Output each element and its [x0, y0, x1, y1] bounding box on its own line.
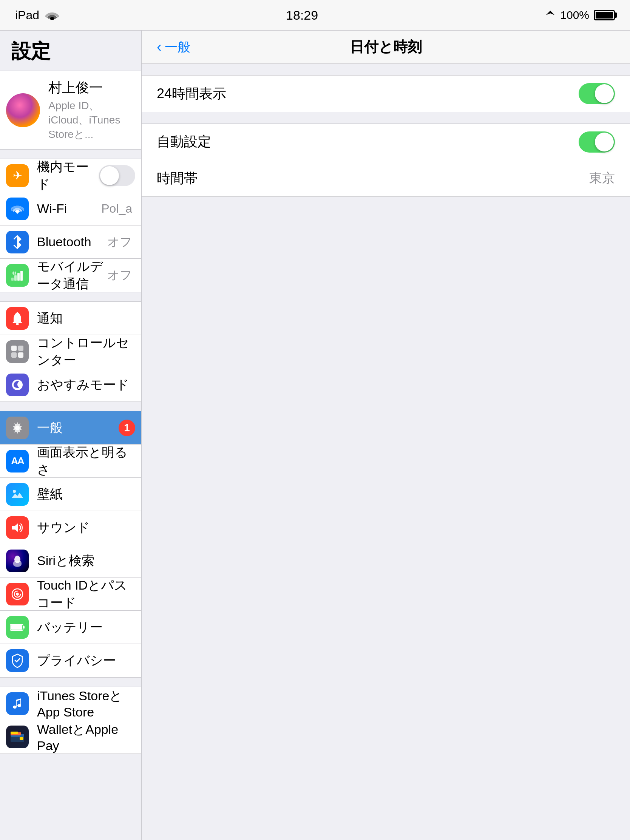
timezone-value: 東京 [589, 170, 615, 187]
system-group: 通知 コントロールセンター [0, 302, 141, 402]
donotdisturb-icon [6, 374, 29, 396]
sidebar-item-siri[interactable]: Siriと検索 [0, 544, 141, 578]
battery-icon [594, 10, 615, 21]
wifi-label: Wi-Fi [37, 201, 101, 216]
cellular-icon [6, 264, 29, 287]
wallet-icon [6, 726, 29, 748]
auto-set-toggle[interactable] [579, 131, 615, 153]
display-label: 画面表示と明るさ [37, 444, 135, 478]
svg-rect-17 [23, 626, 25, 628]
sidebar-item-general[interactable]: 一般 1 [0, 411, 141, 445]
status-right: 100% [545, 9, 615, 22]
wallpaper-label: 壁紙 [37, 486, 135, 503]
sidebar-item-itunes[interactable]: iTunes StoreとApp Store [0, 687, 141, 720]
timezone-row[interactable]: 時間帯 東京 [142, 160, 630, 196]
general-badge: 1 [118, 420, 135, 436]
airplane-icon: ✈ [6, 164, 29, 187]
main-content: 設定 村上俊一 Apple ID、iCloud、iTunes Storeと...… [0, 31, 630, 840]
24h-toggle[interactable] [579, 83, 615, 104]
svg-point-1 [17, 212, 19, 214]
auto-set-label: 自動設定 [157, 133, 579, 151]
battery-percent: 100% [560, 9, 589, 22]
status-time: 18:29 [286, 8, 318, 23]
svg-rect-14 [12, 526, 15, 529]
svg-rect-23 [20, 737, 24, 740]
sidebar-item-display[interactable]: AA 画面表示と明るさ [0, 445, 141, 478]
sidebar-item-battery[interactable]: バッテリー [0, 611, 141, 644]
general-group: 一般 1 AA 画面表示と明るさ 壁紙 [0, 411, 141, 677]
sound-icon [6, 516, 29, 539]
profile-name: 村上俊一 [48, 79, 135, 97]
sidebar-item-notification[interactable]: 通知 [0, 302, 141, 335]
timezone-label: 時間帯 [157, 169, 589, 188]
general-icon [6, 417, 29, 439]
wallpaper-icon [6, 483, 29, 506]
svg-rect-8 [11, 346, 17, 351]
auto-set-row: 自動設定 [142, 124, 630, 160]
sound-label: サウンド [37, 519, 135, 536]
time-format-group: 24時間表示 [142, 75, 630, 112]
sidebar-item-wallet[interactable]: WalletとApple Pay [0, 720, 141, 753]
sidebar-title: 設定 [0, 31, 141, 71]
svg-rect-10 [11, 352, 17, 358]
itunes-label: iTunes StoreとApp Store [37, 687, 135, 720]
sidebar-item-controlcenter[interactable]: コントロールセンター [0, 335, 141, 368]
wifi-value: Pol_a [101, 202, 132, 216]
general-label: 一般 [37, 419, 118, 437]
back-chevron-icon: ‹ [157, 39, 162, 55]
sidebar-item-wifi[interactable]: Wi-Fi Pol_a [0, 192, 141, 226]
svg-point-13 [13, 490, 16, 493]
auto-set-toggle-knob [595, 133, 614, 152]
display-icon: AA [6, 450, 29, 472]
battery-label: バッテリー [37, 619, 135, 636]
ipad-label: iPad [15, 8, 39, 22]
wifi-status-icon [45, 10, 59, 20]
privacy-icon [6, 649, 29, 672]
profile-item[interactable]: 村上俊一 Apple ID、iCloud、iTunes Storeと... [0, 71, 141, 150]
24h-label: 24時間表示 [157, 85, 579, 103]
battery-sidebar-icon [6, 616, 29, 639]
network-group: ✈ 機内モード Wi-Fi Pol_a [0, 159, 141, 292]
sidebar: 設定 村上俊一 Apple ID、iCloud、iTunes Storeと...… [0, 31, 142, 840]
sidebar-item-cellular[interactable]: モバイルデータ通信 オフ [0, 259, 141, 292]
bluetooth-icon [6, 231, 29, 253]
sidebar-item-touchid[interactable]: Touch IDとパスコード [0, 578, 141, 611]
notification-label: 通知 [37, 310, 135, 327]
airplane-toggle[interactable] [99, 165, 135, 186]
itunes-icon [6, 692, 29, 715]
sidebar-item-donotdisturb[interactable]: おやすみモード [0, 368, 141, 401]
right-panel: ‹ 一般 日付と時刻 24時間表示 自動設定 [142, 31, 630, 840]
wifi-icon [6, 197, 29, 220]
right-header: ‹ 一般 日付と時刻 [142, 31, 630, 64]
sidebar-item-privacy[interactable]: プライバシー [0, 644, 141, 677]
touchid-label: Touch IDとパスコード [37, 577, 135, 611]
svg-rect-9 [18, 346, 24, 351]
svg-rect-7 [16, 323, 19, 325]
bluetooth-value: オフ [107, 234, 132, 250]
siri-label: Siriと検索 [37, 552, 135, 570]
right-panel-title: 日付と時刻 [350, 37, 422, 57]
svg-rect-2 [11, 278, 14, 281]
bluetooth-label: Bluetooth [37, 235, 107, 249]
sidebar-item-airplane[interactable]: ✈ 機内モード [0, 159, 141, 192]
sidebar-item-wallpaper[interactable]: 壁紙 [0, 478, 141, 511]
cellular-value: オフ [107, 267, 132, 284]
privacy-label: プライバシー [37, 652, 135, 669]
status-bar: iPad 18:29 100% [0, 0, 630, 30]
svg-rect-22 [11, 732, 18, 734]
svg-rect-3 [14, 275, 17, 281]
siri-icon [6, 549, 29, 572]
airplane-label: 機内モード [37, 158, 99, 193]
location-icon [545, 10, 556, 21]
touchid-icon [6, 583, 29, 605]
status-left: iPad [15, 8, 59, 22]
sidebar-item-bluetooth[interactable]: Bluetooth オフ [0, 226, 141, 259]
notification-icon [6, 307, 29, 330]
sidebar-item-sound[interactable]: サウンド [0, 511, 141, 544]
profile-sub: Apple ID、iCloud、iTunes Storeと... [48, 99, 135, 142]
airplane-toggle-knob [100, 166, 119, 185]
donotdisturb-label: おやすみモード [37, 376, 135, 393]
svg-rect-11 [18, 352, 24, 358]
back-button[interactable]: ‹ 一般 [157, 38, 190, 56]
back-label: 一般 [165, 38, 190, 56]
